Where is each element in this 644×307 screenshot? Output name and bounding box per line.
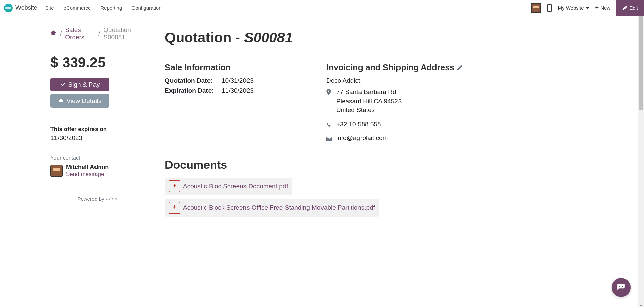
website-switcher[interactable]: My Website [558,5,589,11]
document-name: Acoustic Bloc Screens Document.pdf [183,183,288,190]
top-nav: Site eCommerce Reporting Configuration [45,5,162,11]
document-item[interactable]: Acoustic Block Screens Office Free Stand… [165,199,379,217]
check-icon [60,82,66,87]
vertical-scrollbar[interactable] [638,16,644,234]
mobile-preview-icon[interactable] [547,4,552,12]
sidebar: / Sales Orders / Quotation S00081 $ 339.… [50,26,145,221]
contact-avatar[interactable] [50,165,63,177]
nav-item-configuration[interactable]: Configuration [131,5,161,11]
powered-by: Powered by odoo [50,196,145,202]
address-country: United States [336,106,402,115]
nav-item-reporting[interactable]: Reporting [100,5,122,11]
nav-item-ecommerce[interactable]: eCommerce [64,5,91,11]
pdf-icon [169,202,180,214]
quotation-date-row: Quotation Date: 10/31/2023 [165,77,306,84]
your-contact-label: Your contact [50,155,145,161]
topbar: Website Site eCommerce Reporting Configu… [0,0,644,16]
address-line1: 77 Santa Barbara Rd [336,88,402,97]
breadcrumb-current: Quotation S00081 [103,26,145,41]
edit-address-icon[interactable] [457,65,462,70]
app-logo[interactable] [4,4,13,12]
contact-name: Mitchell Admin [66,164,109,171]
edit-button[interactable]: Edit [616,0,644,16]
sign-pay-button[interactable]: Sign & Pay [50,78,109,91]
new-button[interactable]: + New [595,4,611,11]
phone-row: +32 10 588 558 [326,121,467,129]
sale-info-col: Sale Information Quotation Date: 10/31/2… [165,63,306,145]
quotation-date-label: Quotation Date: [165,77,217,84]
scrollbar-thumb[interactable] [639,16,643,110]
view-details-label: View Details [66,97,101,105]
send-message-link[interactable]: Send message [66,171,109,178]
document-item[interactable]: Acoustic Bloc Screens Document.pdf [165,178,292,195]
pencil-icon [622,6,627,10]
expiration-date-value: 11/30/2023 [222,87,254,94]
main-content: Quotation - S00081 Sale Information Quot… [165,26,467,221]
address-heading-text: Invoicing and Shipping Address [326,63,454,72]
phone-icon [326,121,332,129]
address-company: Deco Addict [326,77,467,84]
caret-down-icon [586,7,589,9]
powered-by-brand[interactable]: odoo [106,196,118,202]
email-row: info@agrolait.com [326,134,467,143]
document-name: Acoustic Block Screens Office Free Stand… [183,204,375,212]
pdf-icon [169,180,180,192]
quotation-date-value: 10/31/2023 [222,77,254,84]
powered-by-label: Powered by [77,196,104,202]
brand-label[interactable]: Website [15,4,37,11]
edit-button-label: Edit [629,5,638,11]
topbar-right: My Website + New Edit [531,0,644,16]
offer-expires-label: This offer expires on [50,126,145,133]
phone-value[interactable]: +32 10 588 558 [336,121,381,128]
expiration-date-label: Expiration Date: [165,87,217,94]
info-columns: Sale Information Quotation Date: 10/31/2… [165,63,467,145]
address-heading: Invoicing and Shipping Address [326,63,467,72]
your-contact-block: Your contact Mitchell Admin Send message [50,155,145,178]
sale-info-heading: Sale Information [165,63,306,72]
page-title: Quotation - S00081 [165,30,467,46]
map-marker-icon [326,88,332,97]
new-button-label: New [600,5,610,11]
price-total: $ 339.25 [50,54,145,71]
expiration-date-row: Expiration Date: 11/30/2023 [165,87,306,94]
address-lines-row: 77 Santa Barbara Rd Pleasant Hill CA 945… [326,88,467,115]
page-body: / Sales Orders / Quotation S00081 $ 339.… [0,16,518,234]
offer-expires-block: This offer expires on 11/30/2023 [50,126,145,142]
breadcrumb-sep: / [98,30,100,37]
plus-icon: + [595,4,599,11]
email-value[interactable]: info@agrolait.com [336,134,388,142]
breadcrumb-sales-orders[interactable]: Sales Orders [65,26,95,41]
sign-pay-label: Sign & Pay [68,81,100,88]
website-switcher-label: My Website [558,5,584,11]
offer-expires-date: 11/30/2023 [50,134,145,142]
envelope-icon [326,134,332,143]
user-avatar[interactable] [531,3,541,13]
nav-item-site[interactable]: Site [45,5,54,11]
breadcrumb: / Sales Orders / Quotation S00081 [50,26,145,41]
address-col: Invoicing and Shipping Address Deco Addi… [326,63,467,145]
print-icon [58,98,64,104]
view-details-button[interactable]: View Details [50,94,109,108]
title-ref: S00081 [244,30,293,45]
breadcrumb-sep: / [60,30,62,37]
documents-heading: Documents [165,158,467,171]
address-line2: Pleasant Hill CA 94523 [336,97,402,106]
home-icon[interactable] [50,30,56,38]
title-prefix: Quotation - [165,30,244,45]
